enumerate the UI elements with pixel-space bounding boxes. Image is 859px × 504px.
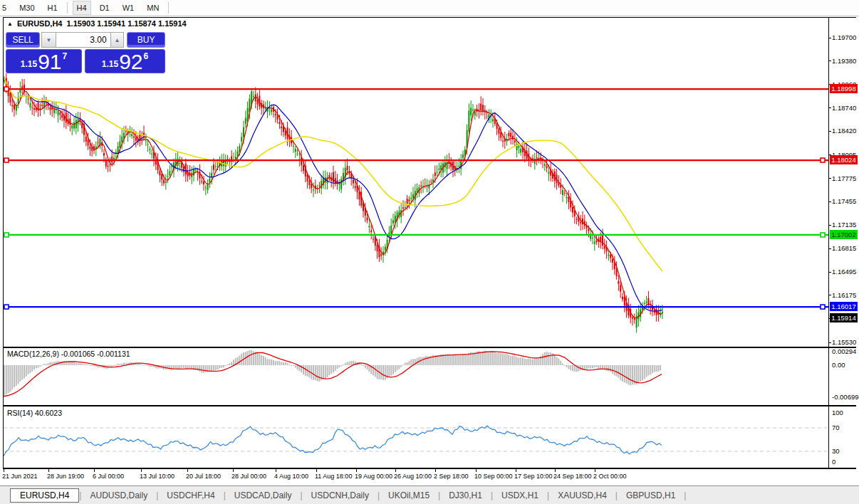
chart-tab-dj30[interactable]: DJ30,H1 <box>440 490 491 500</box>
chart-title: ▲ EURUSD,H4 1.15903 1.15941 1.15874 1.15… <box>7 19 187 28</box>
collapse-panel-icon[interactable]: ▲ <box>7 21 13 27</box>
timeframe-toolbar: 5M30H1H4D1W1MN <box>0 0 859 16</box>
price-tick-mark <box>828 131 831 132</box>
chart-tab-usdcad[interactable]: USDCAD,Daily <box>226 490 301 500</box>
time-tick-mark <box>435 469 436 472</box>
macd-rsi-separator <box>3 405 856 406</box>
hline-price-label[interactable]: 1.18024 <box>830 155 858 164</box>
timeframe-button-5[interactable]: 5 <box>0 1 11 15</box>
time-tick-label: 28 Jun 19:00 <box>47 473 84 480</box>
chart-tab-usdcnh[interactable]: USDCNH,Daily <box>303 490 378 500</box>
sell-price-display[interactable]: 1.15 91 7 <box>6 49 82 73</box>
buy-price-big-digits: 92 <box>119 53 142 71</box>
rsi-indicator-label: RSI(14) 40.6023 <box>7 409 62 417</box>
time-tick-mark <box>233 469 234 472</box>
timeframe-button-w1[interactable]: W1 <box>118 1 139 15</box>
price-tick-mark <box>828 38 831 38</box>
time-tick-label: 11 Aug 18:00 <box>315 473 352 480</box>
time-tick-label: 17 Sep 10:00 <box>514 473 553 480</box>
chart-tab-gbpusd[interactable]: GBPUSD,H1 <box>618 490 684 500</box>
macd-indicator-label: MACD(12,26,9) -0.001065 -0.001131 <box>7 350 130 358</box>
time-tick-label: 6 Jul 00:00 <box>93 473 124 480</box>
time-tick-label: 10 Sep 00:00 <box>474 473 513 480</box>
volume-increase-button[interactable]: ▲ <box>110 32 125 48</box>
price-tick-label: 1.17135 <box>832 221 856 229</box>
time-tick-label: 20 Jul 18:00 <box>186 473 221 480</box>
price-tick-label: 1.19700 <box>832 33 856 41</box>
price-tick-label: 1.18420 <box>832 127 856 135</box>
price-tick-mark <box>828 107 831 108</box>
rsi-panel-canvas[interactable] <box>3 406 828 468</box>
chart-tab-usdchf[interactable]: USDCHF,H4 <box>158 490 223 500</box>
time-tick-mark <box>356 469 357 472</box>
buy-price-display[interactable]: 1.15 92 6 <box>85 49 165 73</box>
main-macd-separator <box>3 347 856 348</box>
timeframe-button-h4[interactable]: H4 <box>73 1 91 15</box>
price-tick-mark <box>828 178 831 179</box>
chart-window: ▲ EURUSD,H4 1.15903 1.15941 1.15874 1.15… <box>0 16 859 485</box>
chart-tab-xauusd[interactable]: XAUUSD,H4 <box>549 490 615 500</box>
chart-tab-bar: EURUSD,H4|AUDUSD,Daily|USDCHF,H4|USDCAD,… <box>0 485 859 504</box>
time-tick-label: 19 Aug 00:00 <box>355 473 392 480</box>
tab-separator: | <box>684 490 686 500</box>
time-tick-label: 13 Jul 10:00 <box>140 473 175 480</box>
rsi-bottom-border <box>3 468 856 469</box>
price-tick-mark <box>828 61 831 61</box>
current-price-label: 1.15914 <box>830 313 858 322</box>
price-tick-label: 1.18740 <box>832 104 856 112</box>
time-tick-mark <box>48 469 49 472</box>
chart-tab-eurusd[interactable]: EURUSD,H4 <box>10 488 79 503</box>
price-tick-mark <box>828 225 831 226</box>
price-tick-mark <box>828 272 831 273</box>
price-tick-mark <box>828 342 831 343</box>
price-tick-label: 1.16815 <box>832 244 856 252</box>
macd-axis-label: -0.00699 <box>832 393 859 401</box>
toolbar-separator <box>67 2 68 14</box>
time-tick-label: 2 Sep 18:00 <box>434 473 469 480</box>
sell-price-pip-digit: 7 <box>63 51 68 61</box>
time-tick-mark <box>276 469 276 472</box>
timeframe-button-m30[interactable]: M30 <box>15 1 38 15</box>
chart-top-border <box>3 17 856 18</box>
time-tick-mark <box>555 469 556 472</box>
sell-price-prefix: 1.15 <box>21 59 37 69</box>
buy-price-prefix: 1.15 <box>102 59 118 69</box>
timeframe-button-h1[interactable]: H1 <box>43 1 62 15</box>
volume-input[interactable] <box>56 32 110 48</box>
time-tick-mark <box>187 469 188 472</box>
timeframe-button-mn[interactable]: MN <box>142 1 163 15</box>
time-tick-mark <box>476 469 477 472</box>
timeframe-button-d1[interactable]: D1 <box>95 1 114 15</box>
time-tick-mark <box>94 469 95 472</box>
price-tick-label: 1.17455 <box>832 197 856 205</box>
price-tick-label: 1.19380 <box>832 57 856 65</box>
rsi-axis-label: 100 <box>832 409 843 416</box>
chart-tab-ukoil[interactable]: UKOil,M15 <box>380 490 438 500</box>
time-tick-label: 26 Aug 10:00 <box>394 473 432 480</box>
time-tick-mark <box>395 469 396 472</box>
price-tick-label: 1.16175 <box>832 291 856 299</box>
hline-price-label[interactable]: 1.18998 <box>830 84 858 93</box>
time-tick-mark <box>316 469 317 472</box>
volume-decrease-button[interactable]: ▼ <box>41 32 56 48</box>
chart-tab-usdx[interactable]: USDX,H1 <box>493 490 547 500</box>
price-tick-mark <box>828 295 831 295</box>
symbol-period-label: EURUSD,H4 <box>17 19 63 28</box>
time-tick-mark <box>595 469 595 472</box>
price-tick-label: 1.16495 <box>832 268 856 275</box>
time-tick-mark <box>516 469 516 472</box>
hline-price-label[interactable]: 1.17002 <box>830 230 858 239</box>
buy-price-pip-digit: 6 <box>144 51 149 61</box>
toolbar-separator <box>168 2 169 14</box>
time-tick-label: 28 Jul 00:00 <box>231 473 266 480</box>
time-tick-label: 2 Oct 00:00 <box>593 473 627 480</box>
rsi-axis-label: 70 <box>832 424 840 431</box>
price-tick-mark <box>828 201 831 202</box>
chart-tab-audusd[interactable]: AUDUSD,Daily <box>81 490 156 500</box>
time-tick-label: 4 Aug 10:00 <box>274 473 308 480</box>
sell-button[interactable]: SELL <box>6 32 40 48</box>
sell-price-big-digits: 91 <box>38 53 61 71</box>
hline-price-label[interactable]: 1.16017 <box>830 302 858 311</box>
buy-button[interactable]: BUY <box>127 32 165 48</box>
price-tick-mark <box>828 248 831 249</box>
